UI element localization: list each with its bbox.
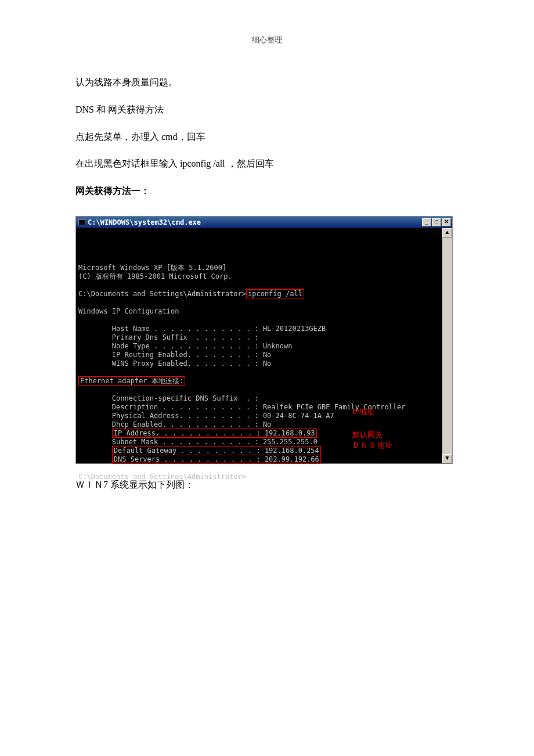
paragraph-4: 在出现黑色对话框里输入 ipconfig /all ，然后回车 <box>75 156 459 172</box>
annotation-dns: ＤＮＳ地址 <box>352 441 393 450</box>
paragraph-1: 认为线路本身质量问题。 <box>75 74 459 91</box>
paragraph-2: DNS 和 网关获得方法 <box>75 102 459 118</box>
cmd-icon <box>78 219 85 225</box>
cmd-node-type: Node Type . . . . . . . . . . . . : Unkn… <box>78 342 292 350</box>
cmd-phys-addr: Physical Address. . . . . . . . . : 00-2… <box>78 412 334 420</box>
page-header: 细心整理 <box>75 35 459 45</box>
cmd-content: Microsoft Windows XP [版本 5.1.2600] (C) 版… <box>78 255 450 516</box>
window-control-buttons: _ □ ✕ <box>422 218 451 226</box>
cmd-primary-dns: Primary Dns Suffix . . . . . . . : <box>78 333 259 341</box>
cmd-section-winip: Windows IP Configuration <box>78 307 179 315</box>
highlight-ipconfig-cmd: ipconfig /all <box>246 289 304 298</box>
cmd-conn-suffix: Connection-specific DNS Suffix . : <box>78 394 259 402</box>
highlight-dns-servers: DNS Servers . . . . . . . . . . . : 202.… <box>112 455 321 464</box>
cmd-final-prompt: C:\Documents and Settings\Administrator> <box>78 473 246 481</box>
heading-method-1: 网关获得方法一： <box>75 183 459 200</box>
cmd-hostname: Host Name . . . . . . . . . . . . : HL-2… <box>78 325 326 333</box>
cmd-wins-proxy: WINS Proxy Enabled. . . . . . . . : No <box>78 359 271 368</box>
annotation-gateway: 默认网关 <box>352 430 383 440</box>
scroll-up-button[interactable]: ▲ <box>442 228 452 237</box>
highlight-ip-address: IP Address. . . . . . . . . . . . : 192.… <box>112 429 317 438</box>
cmd-title-text: C:\WINDOWS\system32\cmd.exe <box>88 218 201 226</box>
paragraph-3: 点起先菜单，办理入 cmd，回车 <box>75 129 459 146</box>
cmd-dhcp: Dhcp Enabled. . . . . . . . . . . : No <box>78 420 271 429</box>
cmd-window: C:\WINDOWS\system32\cmd.exe _ □ ✕ ▲ ▼ Mi… <box>75 216 453 464</box>
maximize-button[interactable]: □ <box>432 218 441 226</box>
cmd-ip-routing: IP Routing Enabled. . . . . . . . : No <box>78 351 271 359</box>
cmd-line-copyright: (C) 版权所有 1985-2001 Microsoft Corp. <box>78 272 232 280</box>
cmd-line-version: Microsoft Windows XP [版本 5.1.2600] <box>78 264 226 272</box>
highlight-adapter: Ethernet adapter 本地连接: <box>78 376 185 386</box>
cmd-titlebar: C:\WINDOWS\system32\cmd.exe _ □ ✕ <box>76 217 452 228</box>
minimize-button[interactable]: _ <box>422 218 431 226</box>
cmd-prompt-path: C:\Documents and Settings\Administrator> <box>78 290 246 298</box>
cmd-body: ▲ ▼ Microsoft Windows XP [版本 5.1.2600] (… <box>76 228 452 463</box>
highlight-gateway: Default Gateway . . . . . . . . . : 192.… <box>112 446 321 455</box>
annotation-ip: IP地址 <box>352 407 374 416</box>
cmd-subnet: Subnet Mask . . . . . . . . . . . : 255.… <box>78 438 317 446</box>
close-button[interactable]: ✕ <box>442 218 451 226</box>
